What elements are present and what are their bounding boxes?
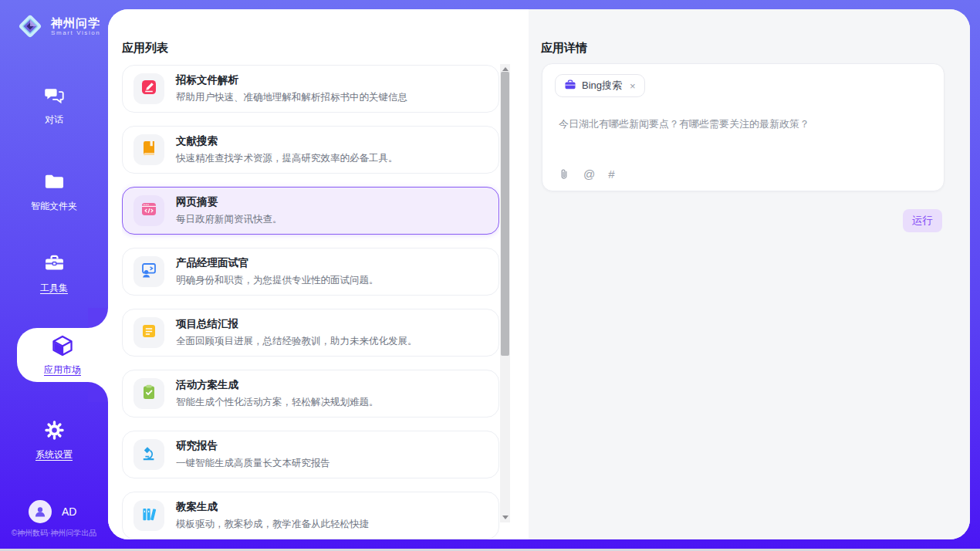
app-description: 模板驱动，教案秒成，教学准备从此轻松快捷 xyxy=(176,518,369,531)
brand-logo: 神州问学 Smart Vision xyxy=(15,12,100,41)
app-icon-chip xyxy=(133,317,164,348)
browser-code-icon xyxy=(140,201,157,221)
app-icon-chip xyxy=(133,500,164,531)
app-description: 智能生成个性化活动方案，轻松解决规划难题。 xyxy=(176,396,379,409)
app-card-text: 招标文件解析帮助用户快速、准确地理解和解析招标书中的关键信息 xyxy=(176,73,407,104)
scrollbar-thumb[interactable] xyxy=(501,72,509,356)
brand-subtitle: Smart Vision xyxy=(51,29,100,36)
sidebar-item[interactable]: 智能文件夹 xyxy=(0,171,108,213)
app-card-text: 产品经理面试官明确身份和职责，为您提供专业性的面试问题。 xyxy=(176,256,379,287)
sidebar-item-label: 应用市场 xyxy=(44,363,81,377)
app-description: 一键智能生成高质量长文本研究报告 xyxy=(176,457,330,470)
app-name: 教案生成 xyxy=(176,500,369,514)
note-icon xyxy=(140,323,157,343)
brand-name: 神州问学 xyxy=(51,16,100,29)
sidebar-item-app-market[interactable]: 应用市场 xyxy=(17,328,108,382)
diamond-logo-icon xyxy=(15,12,45,41)
app-description: 每日政府新闻资讯快查。 xyxy=(176,213,282,226)
app-list: 招标文件解析帮助用户快速、准确地理解和解析招标书中的关键信息文献搜索快速精准查找… xyxy=(122,65,499,539)
tool-tag-label: Bing搜索 xyxy=(582,79,622,93)
books-icon xyxy=(140,505,157,526)
app-name: 活动方案生成 xyxy=(176,378,379,392)
clipboard-check-icon xyxy=(140,384,157,404)
run-button[interactable]: 运行 xyxy=(903,209,942,232)
prompt-card: Bing搜索 × 今日湖北有哪些新闻要点？有哪些需要关注的最新政策？ @# xyxy=(542,63,945,191)
toolbox-icon xyxy=(44,253,65,276)
sidebar-item-label: 对话 xyxy=(45,113,63,127)
main-content: 应用列表 招标文件解析帮助用户快速、准确地理解和解析招标书中的关键信息文献搜索快… xyxy=(108,9,970,539)
tool-tag-close-icon[interactable]: × xyxy=(630,80,636,92)
interviewer-icon xyxy=(140,262,157,282)
sidebar-item[interactable]: 工具集 xyxy=(0,253,108,295)
scroll-down-arrow-icon[interactable] xyxy=(500,512,510,522)
app-name: 网页摘要 xyxy=(176,195,282,209)
paperclip-icon[interactable] xyxy=(558,168,570,181)
edit-doc-icon xyxy=(140,79,157,99)
app-icon-chip xyxy=(133,195,164,226)
app-card-text: 网页摘要每日政府新闻资讯快查。 xyxy=(176,195,282,226)
person-icon xyxy=(33,505,47,519)
app-icon-chip xyxy=(133,378,164,409)
scrollbar[interactable] xyxy=(500,64,510,522)
user-row[interactable]: AD xyxy=(29,500,76,523)
app-name: 招标文件解析 xyxy=(176,73,407,87)
hash-icon[interactable]: # xyxy=(608,167,614,181)
app-card-text: 活动方案生成智能生成个性化活动方案，轻松解决规划难题。 xyxy=(176,378,379,409)
app-card[interactable]: 研究报告一键智能生成高质量长文本研究报告 xyxy=(122,431,499,478)
app-description: 明确身份和职责，为您提供专业性的面试问题。 xyxy=(176,274,379,287)
app-card[interactable]: 网页摘要每日政府新闻资讯快查。 xyxy=(122,187,499,235)
app-icon-chip xyxy=(133,256,164,287)
app-name: 产品经理面试官 xyxy=(176,256,379,270)
app-description: 快速精准查找学术资源，提高研究效率的必备工具。 xyxy=(176,152,398,165)
app-list-panel: 应用列表 招标文件解析帮助用户快速、准确地理解和解析招标书中的关键信息文献搜索快… xyxy=(108,9,529,539)
app-description: 帮助用户快速、准确地理解和解析招标书中的关键信息 xyxy=(176,91,407,104)
microscope-icon xyxy=(140,445,157,465)
app-card-text: 项目总结汇报全面回顾项目进展，总结经验教训，助力未来优化发展。 xyxy=(176,317,417,348)
attachment-toolbar: @# xyxy=(558,167,615,181)
app-description: 全面回顾项目进展，总结经验教训，助力未来优化发展。 xyxy=(176,335,417,348)
brand-text: 神州问学 Smart Vision xyxy=(51,16,100,36)
chat-icon xyxy=(44,85,65,108)
app-detail-panel: 应用详情 Bing搜索 × 今日湖北有哪些新闻要点？有哪些需要关注的最新政策？ … xyxy=(529,9,970,539)
app-card[interactable]: 项目总结汇报全面回顾项目进展，总结经验教训，助力未来优化发展。 xyxy=(122,309,499,357)
app-name: 研究报告 xyxy=(176,439,330,453)
at-icon[interactable]: @ xyxy=(583,167,595,181)
gear-icon xyxy=(44,420,65,443)
app-card[interactable]: 文献搜索快速精准查找学术资源，提高研究效率的必备工具。 xyxy=(122,126,499,174)
app-icon-chip xyxy=(133,73,164,104)
prompt-input[interactable]: 今日湖北有哪些新闻要点？有哪些需要关注的最新政策？ xyxy=(559,117,921,131)
sidebar-item-label: 智能文件夹 xyxy=(31,200,77,213)
app-name: 文献搜索 xyxy=(176,134,398,148)
tab-curve-top xyxy=(88,308,108,328)
sidebar-item[interactable]: 对话 xyxy=(0,85,108,127)
tool-tag-bing[interactable]: Bing搜索 × xyxy=(555,74,645,97)
avatar[interactable] xyxy=(29,500,52,523)
app-card-text: 文献搜索快速精准查找学术资源，提高研究效率的必备工具。 xyxy=(176,134,398,165)
cube-icon xyxy=(51,334,74,360)
folder-icon xyxy=(44,171,65,194)
book-icon xyxy=(140,140,157,160)
sidebar-item-label: 系统设置 xyxy=(35,448,73,461)
app-card[interactable]: 教案生成模板驱动，教案秒成，教学准备从此轻松快捷 xyxy=(122,492,499,539)
app-name: 项目总结汇报 xyxy=(176,317,417,331)
app-list-title: 应用列表 xyxy=(122,41,168,56)
briefcase-icon xyxy=(564,79,576,93)
app-card[interactable]: 产品经理面试官明确身份和职责，为您提供专业性的面试问题。 xyxy=(122,248,499,296)
sidebar-item-label: 工具集 xyxy=(40,282,68,295)
copyright-footer: ©神州数码·神州问学出品 xyxy=(0,528,108,539)
app-icon-chip xyxy=(133,134,164,165)
app-card[interactable]: 活动方案生成智能生成个性化活动方案，轻松解决规划难题。 xyxy=(122,370,499,417)
sidebar-item[interactable]: 系统设置 xyxy=(0,420,108,461)
app-card-text: 教案生成模板驱动，教案秒成，教学准备从此轻松快捷 xyxy=(176,500,369,531)
app-card-text: 研究报告一键智能生成高质量长文本研究报告 xyxy=(176,439,330,470)
app-card[interactable]: 招标文件解析帮助用户快速、准确地理解和解析招标书中的关键信息 xyxy=(122,65,499,113)
sidebar: 神州问学 Smart Vision 对话智能文件夹工具集应用市场系统设置 AD … xyxy=(0,0,108,549)
app-icon-chip xyxy=(133,439,164,470)
user-initials: AD xyxy=(62,505,76,518)
app-detail-title: 应用详情 xyxy=(541,41,587,56)
tab-curve-bottom xyxy=(88,382,108,402)
